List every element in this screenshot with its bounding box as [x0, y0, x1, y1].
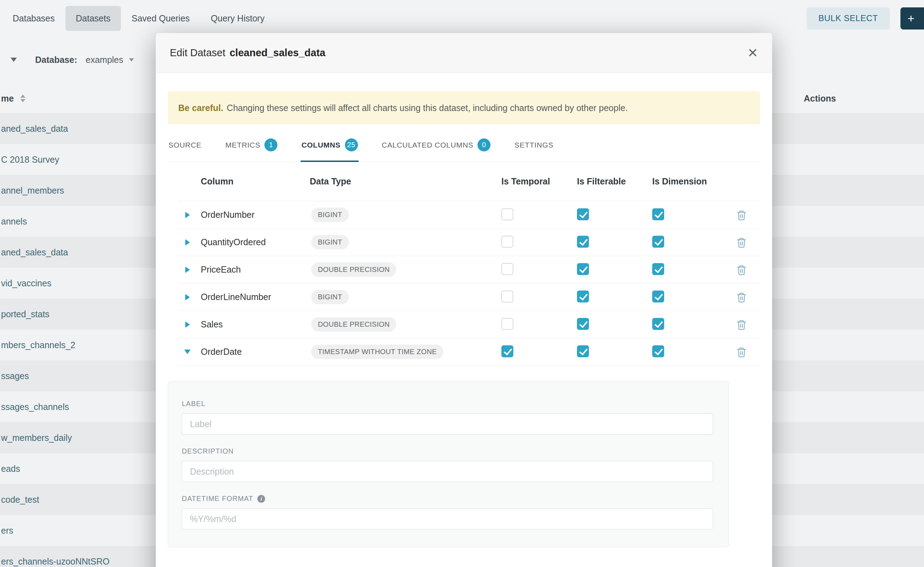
dataset-link[interactable]: mbers_channels_2 [0, 340, 75, 350]
caret-right-icon [185, 239, 190, 246]
tab-label: SOURCE [169, 141, 202, 149]
is-filterable-checkbox[interactable] [577, 236, 589, 248]
is-filterable-checkbox[interactable] [577, 345, 589, 357]
cell: BIGINT [306, 235, 496, 249]
label-field-label: LABEL [182, 400, 205, 408]
nav-item-query-history[interactable]: Query History [200, 6, 275, 31]
modal-title-prefix: Edit Dataset [170, 47, 226, 58]
is-dimension-checkbox[interactable] [652, 208, 664, 220]
tab-settings[interactable]: SETTINGS [514, 130, 554, 162]
is-temporal-checkbox[interactable] [501, 263, 513, 275]
is-temporal-checkbox[interactable] [501, 318, 513, 330]
add-dataset-button[interactable]: + [900, 8, 924, 30]
modal-tabs: SOURCEMETRICS1COLUMNS25CALCULATED COLUMN… [168, 130, 760, 162]
is-filterable-checkbox[interactable] [577, 291, 589, 303]
nav-item-datasets[interactable]: Datasets [65, 6, 121, 31]
dataset-link[interactable]: ssages_channels [0, 402, 69, 412]
top-nav-items: DatabasesDatasetsSaved QueriesQuery Hist… [0, 6, 275, 31]
tab-columns[interactable]: COLUMNS25 [301, 130, 358, 162]
cell: DOUBLE PRECISION [306, 262, 496, 277]
dataset-link[interactable]: ers_channels-uzooNNtSRO [0, 556, 109, 567]
is-temporal-checkbox[interactable] [501, 236, 513, 248]
tab-label: METRICS [226, 141, 260, 149]
description-input[interactable] [182, 461, 713, 482]
nav-item-saved-queries[interactable]: Saved Queries [121, 6, 200, 31]
modal-header: Edit Dataset cleaned_sales_data ✕ [156, 33, 772, 73]
trash-icon[interactable] [736, 347, 747, 357]
cell [496, 208, 572, 222]
edit-dataset-modal: Edit Dataset cleaned_sales_data ✕ Be car… [156, 33, 772, 567]
trash-icon[interactable] [736, 292, 747, 303]
datetime-format-field: DATETIME FORMAT i [182, 495, 712, 530]
dataset-link[interactable]: vid_vaccines [0, 278, 51, 288]
is-dimension-checkbox[interactable] [652, 263, 664, 275]
trash-icon[interactable] [736, 237, 747, 248]
expand-toggle[interactable] [178, 321, 197, 328]
expand-toggle[interactable] [178, 350, 197, 354]
is-dimension-checkbox[interactable] [652, 291, 664, 303]
bulk-select-button[interactable]: BULK SELECT [807, 8, 890, 30]
tab-label: CALCULATED COLUMNS [382, 141, 474, 149]
dataset-link[interactable]: w_members_daily [0, 433, 72, 443]
cell [647, 236, 722, 249]
database-filter-label: Database: [35, 55, 77, 65]
trash-icon[interactable] [736, 320, 747, 330]
description-field-label: DESCRIPTION [182, 447, 234, 455]
datetime-format-field-label: DATETIME FORMAT [182, 495, 253, 503]
info-icon[interactable]: i [257, 495, 265, 503]
datetime-format-input[interactable] [182, 508, 713, 530]
database-filter-value[interactable]: examples [86, 55, 123, 65]
warning-bold-text: Be careful. [178, 103, 223, 113]
warning-banner: Be careful. Changing these settings will… [168, 92, 760, 124]
column-data-type: DOUBLE PRECISION [311, 317, 396, 332]
tab-metrics[interactable]: METRICS1 [225, 130, 278, 162]
is-dimension-checkbox[interactable] [652, 236, 664, 248]
modal-body: Be careful. Changing these settings will… [156, 92, 772, 548]
is-dimension-checkbox[interactable] [652, 345, 664, 357]
trash-icon[interactable] [736, 264, 747, 275]
chevron-down-icon[interactable] [129, 58, 134, 62]
cell [572, 263, 647, 276]
expand-toggle[interactable] [178, 239, 197, 246]
nav-item-databases[interactable]: Databases [2, 6, 65, 31]
close-icon[interactable]: ✕ [748, 47, 758, 59]
is-filterable-checkbox[interactable] [577, 263, 589, 275]
cell [722, 264, 760, 275]
dataset-link[interactable]: ported_stats [0, 309, 50, 320]
caret-right-icon [185, 321, 190, 328]
actions-column-header: Actions [804, 93, 836, 104]
is-dimension-header: Is Dimension [647, 176, 722, 186]
cell [647, 318, 722, 331]
is-filterable-checkbox[interactable] [577, 208, 589, 220]
tab-badge: 25 [345, 138, 358, 152]
column-data-type: BIGINT [311, 208, 349, 222]
dataset-filter-bar: Database: examples [0, 47, 134, 72]
dataset-link[interactable]: ssages [0, 371, 29, 381]
trash-icon[interactable] [736, 210, 747, 220]
label-input[interactable] [182, 414, 713, 435]
sort-icon[interactable] [20, 94, 25, 102]
dataset-link[interactable]: code_test [0, 495, 39, 505]
name-column-header[interactable]: me [1, 93, 14, 104]
expand-toggle[interactable] [178, 212, 197, 218]
expand-toggle[interactable] [178, 267, 197, 273]
dataset-link[interactable]: aned_sales_data [0, 248, 68, 258]
column-name: PriceEach [197, 264, 306, 275]
tab-calculated-columns[interactable]: CALCULATED COLUMNS0 [381, 130, 492, 162]
dataset-link[interactable]: eads [0, 464, 20, 474]
tab-label: SETTINGS [515, 141, 554, 149]
expand-toggle[interactable] [178, 294, 197, 300]
is-temporal-checkbox[interactable] [501, 345, 513, 357]
caret-down-icon[interactable] [11, 58, 17, 62]
dataset-link[interactable]: annel_members [0, 186, 64, 196]
column-data-type: TIMESTAMP WITHOUT TIME ZONE [311, 345, 443, 359]
dataset-link[interactable]: aned_sales_data [0, 124, 68, 134]
is-dimension-checkbox[interactable] [652, 318, 664, 330]
is-temporal-checkbox[interactable] [501, 291, 513, 303]
dataset-link[interactable]: C 2018 Survey [0, 154, 59, 165]
dataset-link[interactable]: annels [0, 216, 27, 226]
dataset-link[interactable]: ers [0, 525, 14, 536]
tab-source[interactable]: SOURCE [168, 130, 202, 162]
is-filterable-checkbox[interactable] [577, 318, 589, 330]
is-temporal-checkbox[interactable] [501, 208, 513, 220]
